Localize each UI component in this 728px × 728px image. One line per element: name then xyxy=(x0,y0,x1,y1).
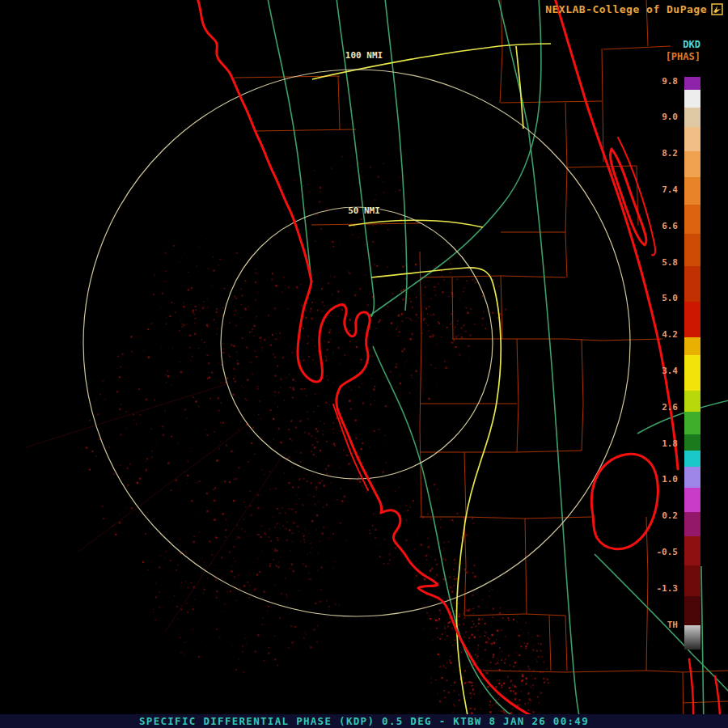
colorbar-tick-1.0: 1.0 xyxy=(642,474,678,485)
colorbar-segment xyxy=(684,302,700,337)
colorbar-segment xyxy=(684,127,700,151)
road-north-diagonal xyxy=(312,44,551,79)
colorbar-tick--0.5: -0.5 xyxy=(642,547,678,557)
colorbar-tick-5.8: 5.8 xyxy=(642,257,678,268)
colorbar-segment xyxy=(684,355,700,391)
colorbar-tick-5.0: 5.0 xyxy=(642,293,678,303)
colorbar-tick-3.4: 3.4 xyxy=(642,366,678,376)
site-title: NEXLAB-College of DuPage xyxy=(545,3,707,15)
colorbar-segment xyxy=(684,205,700,234)
highway-west-3 xyxy=(385,0,407,311)
colorbar-segment xyxy=(684,451,700,467)
colorbar-tick-6.6: 6.6 xyxy=(642,221,678,231)
status-bar: SPECIFIC DIFFERENTIAL PHASE (KDP) 0.5 DE… xyxy=(0,714,728,728)
colorbar-segment xyxy=(684,467,700,488)
colorbar-segment xyxy=(684,337,700,355)
colorbar-segment xyxy=(684,488,700,512)
colorbar-segment xyxy=(684,151,700,177)
map-canvas xyxy=(0,0,728,728)
colorbar-segment xyxy=(684,412,700,434)
colorbar-tick-labels: 9.89.08.27.46.65.85.04.23.42.61.81.00.2-… xyxy=(642,77,678,651)
range-ring-100-label: 100 NMI xyxy=(345,50,383,61)
road-ne-vertical xyxy=(516,46,523,129)
gulf-coastline-south xyxy=(336,387,564,728)
colorbar-tick-9.8: 9.8 xyxy=(642,76,678,87)
colorbar-segment xyxy=(684,625,700,650)
radar-display: 100 NMI 50 NMI NEXLAB-College of DuPage … xyxy=(0,0,728,728)
colorbar-tick-2.6: 2.6 xyxy=(642,402,678,413)
product-code: DKD xyxy=(644,39,700,50)
highway-east-top xyxy=(498,0,528,128)
road-central-long xyxy=(371,268,501,728)
colorbar-segment xyxy=(684,266,700,302)
colorbar-segment xyxy=(684,391,700,412)
colorbar-segment xyxy=(684,177,700,205)
colorbar-tick-1.8: 1.8 xyxy=(642,438,678,449)
colorbar-tick-7.4: 7.4 xyxy=(642,184,678,195)
colorbar-tick-8.2: 8.2 xyxy=(642,148,678,159)
colorbar-tick-TH: TH xyxy=(642,620,678,630)
colorbar-segment xyxy=(684,536,700,565)
colorbar-tick-9.0: 9.0 xyxy=(642,112,678,122)
tampa-bay-coastline xyxy=(298,281,370,387)
colorbar-segment xyxy=(684,234,700,266)
roads-yellow xyxy=(312,44,551,728)
colorbar-tick-4.2: 4.2 xyxy=(642,329,678,340)
highway-west-1 xyxy=(268,0,311,281)
status-text: SPECIFIC DIFFERENTIAL PHASE (KDP) 0.5 DE… xyxy=(139,715,589,727)
colorbar-segment xyxy=(684,108,700,127)
colorbar-segment xyxy=(684,90,700,108)
highway-east-vertical xyxy=(528,128,582,728)
colorbar-segment xyxy=(684,512,700,536)
gulf-coastline-north xyxy=(197,0,311,281)
highway-west-2 xyxy=(336,0,374,317)
radar-echoes xyxy=(86,155,549,714)
cod-logo-icon xyxy=(711,3,723,15)
colorbar xyxy=(684,77,700,650)
product-units: [PHAS] xyxy=(644,51,700,62)
range-ring-50-label: 50 NMI xyxy=(348,205,380,216)
colorbar-segment xyxy=(684,596,700,625)
colorbar-segment xyxy=(684,565,700,596)
colorbar-segment xyxy=(684,77,700,90)
colorbar-segment xyxy=(684,434,700,451)
colorbar-tick--1.3: -1.3 xyxy=(642,583,678,594)
colorbar-tick-0.2: 0.2 xyxy=(642,510,678,521)
radar-radial-artifacts xyxy=(26,384,281,632)
highway-right-edge xyxy=(701,566,704,728)
